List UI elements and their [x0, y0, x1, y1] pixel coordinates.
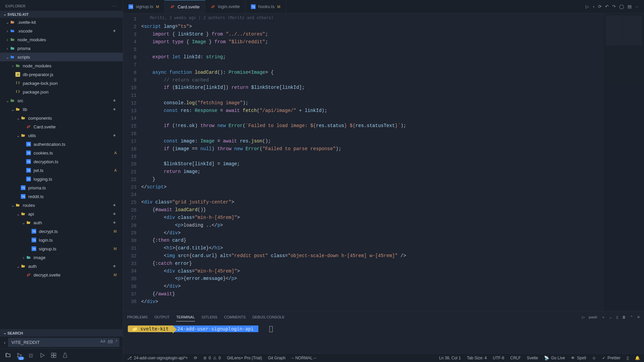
tree-file[interactable]: TSreddit.ts	[0, 192, 123, 201]
svg-text:TS: TS	[27, 169, 30, 172]
status-mode: -- NORMAL --	[291, 356, 316, 360]
panel-tab[interactable]: PROBLEMS	[127, 313, 148, 321]
status-sync-icon[interactable]: ⟳	[194, 356, 197, 360]
editor-tab[interactable]: Card.svelte	[165, 0, 205, 13]
tree-file[interactable]: TSjwt.tsA	[0, 166, 123, 175]
tree-file[interactable]: TSdecrypt.tsM	[0, 227, 123, 236]
terminal-add-icon[interactable]: ＋	[601, 315, 605, 320]
tree-folder[interactable]: ›node_modules	[0, 35, 123, 44]
panel-tab[interactable]: GITLENS	[202, 313, 217, 321]
code-editor[interactable]: <script lang="ts"> import { linkStore } …	[141, 13, 604, 311]
status-tabsize[interactable]: Tab Size: 4	[467, 356, 487, 360]
tree-file[interactable]: decrypt.svelteM	[0, 270, 123, 279]
extensions-activity-icon[interactable]	[50, 352, 57, 359]
svg-text:TS: TS	[27, 178, 30, 180]
tree-folder[interactable]: ⌄.svelte-kit	[0, 18, 123, 26]
terminal-dropdown-icon[interactable]: ⌄	[609, 315, 612, 319]
debug-activity-icon[interactable]	[28, 352, 34, 359]
tree-folder[interactable]: ⌄lib	[0, 105, 123, 114]
run-activity-icon[interactable]	[39, 352, 46, 359]
terminal-launch-icon[interactable]: ▷	[582, 315, 585, 319]
split-icon[interactable]: ⫞	[592, 4, 595, 9]
terminal-shell-label[interactable]: pwsh	[589, 315, 597, 319]
tree-file[interactable]: TSlogin.ts	[0, 236, 123, 244]
project-section-header[interactable]: ⌄ SVELTE-KIT	[0, 11, 123, 18]
tree-file[interactable]: TSprisma.ts	[0, 183, 123, 192]
debug-fwd-icon[interactable]: ↷	[612, 4, 616, 9]
tree-file[interactable]: TSdecryption.ts	[0, 157, 123, 166]
more-icon[interactable]: ···	[635, 4, 639, 9]
svg-point-24	[20, 355, 22, 356]
status-golive[interactable]: 📡 Go Live	[544, 356, 565, 360]
status-problems[interactable]: ⊘ 0 ⚠ 0	[203, 356, 221, 360]
status-branch[interactable]: ⎇ 24-add-user-signuplogin-api*+	[127, 356, 188, 360]
play-icon[interactable]: ▷	[586, 4, 589, 9]
sync-icon[interactable]: ⟳	[598, 4, 602, 9]
explorer-more-icon[interactable]: ···	[112, 4, 117, 8]
tree-file[interactable]: TSlogging.ts	[0, 175, 123, 183]
match-word-toggle[interactable]: ab	[108, 339, 113, 343]
terminal-close-icon[interactable]: ✕	[637, 315, 640, 319]
status-eol[interactable]: CRLF	[510, 356, 521, 360]
tree-file[interactable]: package.json	[0, 87, 123, 96]
test-activity-icon[interactable]	[62, 352, 68, 359]
tree-folder[interactable]: ⌄api	[0, 209, 123, 218]
scm-activity-icon[interactable]: 12	[16, 352, 23, 359]
svg-text:TS: TS	[252, 5, 255, 8]
status-spell[interactable]: 👁 Spell	[571, 356, 586, 360]
tree-file[interactable]: JSdb-preparator.js	[0, 70, 123, 79]
panel-tab[interactable]: TERMINAL	[176, 313, 195, 321]
svg-text:TS: TS	[22, 195, 25, 198]
circle-icon[interactable]: ◯	[619, 4, 624, 9]
terminal-split-icon[interactable]: ▯	[616, 315, 618, 319]
status-gitlens[interactable]: GitLens+ Pro (Trial)	[227, 356, 262, 360]
tree-folder[interactable]: ⌄src	[0, 96, 123, 105]
terminal-maximize-icon[interactable]: ⌃	[630, 315, 633, 319]
chevron-right-icon: ›	[3, 341, 6, 345]
terminal-content[interactable]: 📁 svelte-kit 24-add-user-signuplogin-api	[123, 323, 644, 353]
tree-file[interactable]: Card.svelte	[0, 122, 123, 131]
match-case-toggle[interactable]: Aa	[100, 339, 106, 343]
tree-folder[interactable]: ›prisma	[0, 44, 123, 53]
tree-folder[interactable]: ⌄auth	[0, 262, 123, 270]
status-language[interactable]: Svelte	[527, 356, 538, 360]
panel-tab[interactable]: COMMENTS	[224, 313, 246, 321]
editor-tab[interactable]: login.svelte	[205, 0, 246, 13]
debug-back-icon[interactable]: ↶	[605, 4, 609, 9]
tree-file[interactable]: TScookies.tsA	[0, 148, 123, 157]
tree-folder[interactable]: ⌄utils	[0, 131, 123, 140]
tree-folder[interactable]: ›image	[0, 253, 123, 262]
panel-tab[interactable]: OUTPUT	[154, 313, 169, 321]
minimap[interactable]	[604, 13, 644, 311]
status-bell-icon[interactable]: 🔔	[635, 356, 640, 360]
editor-tab[interactable]: TShooks.tsM	[246, 0, 286, 13]
line-gutter: 1234567891011121314151617181920212223242…	[123, 13, 141, 311]
status-split-icon[interactable]: ▯	[627, 356, 629, 360]
tree-file[interactable]: package-lock.json	[0, 79, 123, 87]
explorer-activity-icon[interactable]	[5, 352, 11, 359]
status-position[interactable]: Ln 38, Col 1	[439, 356, 461, 360]
regex-toggle[interactable]: .*	[115, 339, 117, 343]
tree-folder[interactable]: ⌄components	[0, 114, 123, 122]
tree-folder[interactable]: ⌄auth	[0, 218, 123, 227]
panel-tab[interactable]: DEBUG CONSOLE	[252, 313, 284, 321]
tree-folder[interactable]: ›.vscode	[0, 26, 123, 35]
status-prettier[interactable]: ✓ Prettier	[602, 356, 621, 360]
svg-text:TS: TS	[129, 5, 132, 8]
editor-tabs: TSsignup.tsMCard.sveltelogin.svelteTShoo…	[123, 0, 644, 13]
tree-folder[interactable]: ›node_modules	[0, 61, 123, 70]
svg-text:JS: JS	[17, 73, 20, 76]
tree-folder[interactable]: ⌄scripts	[0, 53, 123, 61]
status-encoding[interactable]: UTF-8	[493, 356, 504, 360]
search-section-header[interactable]: ⌄ SEARCH	[0, 329, 123, 337]
editor-tab[interactable]: TSsignup.tsM	[123, 0, 165, 13]
status-feedback-icon[interactable]: ☺	[592, 356, 596, 360]
statusbar: ⎇ 24-add-user-signuplogin-api*+ ⟳ ⊘ 0 ⚠ …	[123, 353, 644, 362]
layout-icon[interactable]: ▤	[628, 4, 632, 9]
tree-file[interactable]: TSsignup.tsM	[0, 244, 123, 253]
terminal-trash-icon[interactable]: 🗑	[622, 315, 626, 319]
svg-text:TS: TS	[27, 152, 30, 154]
tree-file[interactable]: TSauthentication.ts	[0, 140, 123, 148]
status-gitgraph[interactable]: Git Graph	[268, 356, 285, 360]
tree-folder[interactable]: ⌄routes	[0, 201, 123, 209]
